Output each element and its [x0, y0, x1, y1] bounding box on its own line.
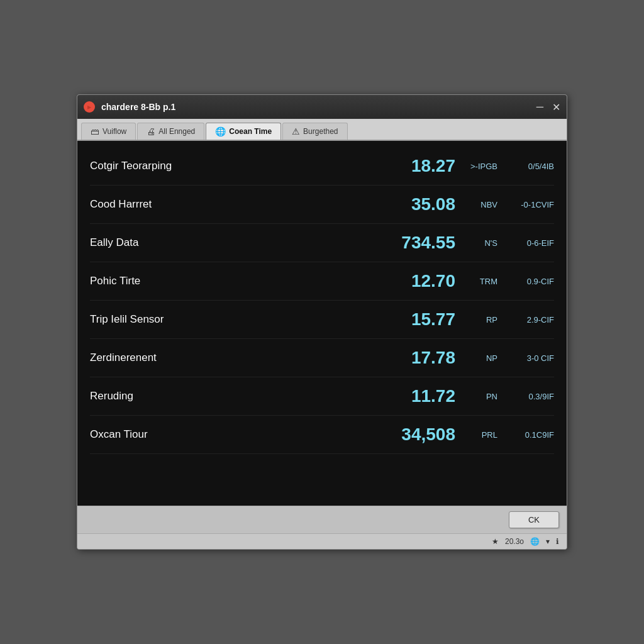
row-extra-7: 0.1C9IF	[504, 430, 554, 440]
close-traffic-light[interactable]	[84, 101, 95, 113]
window-title: chardere 8-Bb p.1	[101, 102, 536, 112]
row-label-1: Cood Harrret	[90, 198, 380, 211]
table-row: Pohic Tirte 12.70 TRM 0.9-CIF	[90, 262, 554, 301]
row-value-7: 34,508	[380, 425, 455, 445]
status-bar: ★ 20.3o 🌐 ▾ ℹ	[77, 533, 567, 549]
title-bar: chardere 8-Bb p.1 ─ ✕	[77, 95, 567, 119]
burgethed-label: Burgethed	[303, 127, 338, 136]
table-row: Oxcan Tiour 34,508 PRL 0.1C9IF	[90, 416, 554, 454]
row-value-6: 11.72	[380, 386, 455, 406]
star-icon: ★	[492, 537, 499, 546]
row-label-6: Reruding	[90, 390, 380, 402]
tab-ocean-time[interactable]: 🌐Coean Time	[206, 123, 281, 140]
row-code-4: RP	[463, 315, 497, 325]
row-value-3: 12.70	[380, 271, 455, 291]
arrow-icon[interactable]: ▾	[546, 537, 550, 546]
row-extra-4: 2.9-CIF	[504, 315, 554, 325]
row-extra-3: 0.9-CIF	[504, 277, 554, 286]
row-code-1: NBV	[463, 200, 497, 209]
row-value-1: 35.08	[380, 194, 455, 214]
main-content: Cotgir Teorarping 18.27 >-IPGB 0/5/4IB C…	[77, 141, 567, 506]
row-label-2: Eally Data	[90, 236, 380, 249]
vuiflow-icon: 🗃	[91, 126, 99, 136]
row-code-6: PN	[463, 392, 497, 401]
row-code-3: TRM	[463, 277, 497, 286]
row-value-4: 15.77	[380, 309, 455, 330]
row-value-2: 734.55	[380, 233, 455, 253]
row-extra-6: 0.3/9IF	[504, 392, 554, 401]
row-extra-2: 0-6-EIF	[504, 238, 554, 248]
table-row: Reruding 11.72 PN 0.3/9IF	[90, 377, 554, 416]
version-label: 20.3o	[505, 537, 524, 546]
tab-all-ennged[interactable]: 🖨All Ennged	[137, 123, 204, 140]
table-row: Eally Data 734.55 N'S 0-6-EIF	[90, 224, 554, 262]
tab-burgethed[interactable]: ⚠Burgethed	[282, 123, 347, 140]
ocean-time-label: Coean Time	[229, 127, 272, 136]
row-code-5: NP	[463, 353, 497, 363]
burgethed-icon: ⚠	[292, 126, 300, 136]
minimize-button[interactable]: ─	[536, 101, 543, 113]
ocean-time-icon: 🌐	[215, 126, 226, 136]
row-label-5: Zerdinerenent	[90, 352, 380, 364]
row-value-5: 17.78	[380, 348, 455, 368]
ok-button[interactable]: CK	[509, 511, 559, 528]
row-label-3: Pohic Tirte	[90, 275, 380, 287]
row-extra-0: 0/5/4IB	[504, 162, 554, 171]
row-code-7: PRL	[463, 430, 497, 440]
row-extra-1: -0-1CVIF	[504, 200, 554, 209]
bottom-bar: CK	[77, 506, 567, 533]
row-label-0: Cotgir Teorarping	[90, 160, 380, 172]
row-code-0: >-IPGB	[463, 162, 497, 171]
tab-vuiflow[interactable]: 🗃Vuiflow	[81, 123, 136, 140]
table-row: Cood Harrret 35.08 NBV -0-1CVIF	[90, 186, 554, 224]
vuiflow-label: Vuiflow	[103, 127, 126, 136]
globe-icon[interactable]: 🌐	[530, 537, 540, 546]
info-icon[interactable]: ℹ	[556, 537, 559, 546]
tab-bar: 🗃Vuiflow🖨All Ennged🌐Coean Time⚠Burgethed	[77, 119, 567, 141]
main-window: chardere 8-Bb p.1 ─ ✕ 🗃Vuiflow🖨All Ennge…	[77, 94, 567, 550]
close-button[interactable]: ✕	[552, 101, 560, 113]
row-code-2: N'S	[463, 238, 497, 248]
all-ennged-icon: 🖨	[147, 126, 155, 136]
window-controls: ─ ✕	[536, 101, 560, 113]
row-extra-5: 3-0 CIF	[504, 353, 554, 363]
row-label-7: Oxcan Tiour	[90, 428, 380, 441]
table-row: Zerdinerenent 17.78 NP 3-0 CIF	[90, 339, 554, 377]
table-row: Cotgir Teorarping 18.27 >-IPGB 0/5/4IB	[90, 147, 554, 186]
row-value-0: 18.27	[380, 156, 455, 176]
row-label-4: Trip Ielil Sensor	[90, 313, 380, 326]
all-ennged-label: All Ennged	[158, 127, 195, 136]
table-row: Trip Ielil Sensor 15.77 RP 2.9-CIF	[90, 301, 554, 339]
